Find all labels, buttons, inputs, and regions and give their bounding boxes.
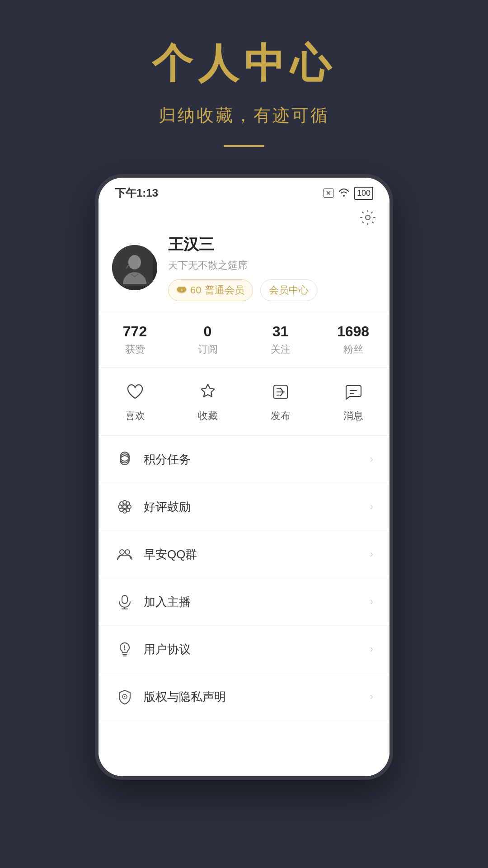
divider [224,145,264,147]
stat-likes-number: 772 [123,323,147,340]
mic-icon [115,592,135,612]
phone-inner: 下午1:13 ✕ 100 [99,178,389,776]
svg-point-19 [120,550,124,554]
member-center-badge[interactable]: 会员中心 [260,279,317,301]
menu-item-broadcaster[interactable]: 加入主播 › [99,578,389,626]
menu-list: 积分任务 › [99,436,389,721]
arrow-icon-6: › [370,691,373,703]
arrow-icon: › [370,453,373,465]
svg-point-16 [126,508,130,512]
lightbulb-icon [115,639,135,659]
svg-rect-21 [122,595,127,604]
stat-following[interactable]: 31 关注 [244,323,317,356]
svg-point-17 [126,502,130,505]
settings-button[interactable] [360,209,376,230]
menu-item-review[interactable]: 好评鼓励 › [99,483,389,531]
menu-item-qq[interactable]: 早安QQ群 › [99,531,389,578]
publish-icon [269,380,292,404]
stat-subscriptions-label: 订阅 [198,343,218,356]
page-subtitle: 归纳收藏，有迹可循 [159,104,329,127]
message-icon [342,380,365,404]
arrow-icon-5: › [370,643,373,655]
member-center-label: 会员中心 [269,283,309,297]
action-messages-label: 消息 [343,409,363,423]
menu-item-qq-label: 早安QQ群 [144,547,370,562]
svg-point-0 [366,215,370,220]
profile-section: 王汉三 天下无不散之筵席 S 60 普通会员 [99,230,389,312]
coin-badge[interactable]: S 60 普通会员 [168,279,253,301]
action-favorites[interactable]: 收藏 [171,380,244,423]
action-likes-label: 喜欢 [125,409,145,423]
page-background: 个人中心 归纳收藏，有迹可循 下午1:13 ✕ [0,0,488,868]
action-favorites-label: 收藏 [198,409,218,423]
x-icon: ✕ [324,189,333,198]
action-likes[interactable]: 喜欢 [99,380,171,423]
stat-fans[interactable]: 1698 粉丝 [317,323,389,356]
flower-icon [115,497,135,517]
star-icon [196,380,220,404]
status-bar: 下午1:13 ✕ 100 [99,178,389,205]
wifi-icon [338,188,350,199]
action-publish-label: 发布 [271,409,291,423]
stat-likes-label: 获赞 [125,343,145,356]
arrow-icon-2: › [370,501,373,513]
action-messages[interactable]: 消息 [317,380,389,423]
stat-subscriptions-number: 0 [204,323,212,340]
stat-following-number: 31 [272,323,289,340]
svg-point-10 [123,505,127,509]
group-icon [115,544,135,564]
header-bar [99,205,389,230]
heart-icon [123,380,147,404]
menu-item-points[interactable]: 积分任务 › [99,436,389,483]
svg-point-15 [120,502,123,505]
user-bio: 天下无不散之筵席 [168,259,376,272]
menu-item-broadcaster-label: 加入主播 [144,594,370,610]
battery-icon: 100 [354,187,373,200]
battery-level: 100 [357,189,371,198]
menu-item-privacy[interactable]: 版权与隐私声明 › [99,673,389,721]
arrow-icon-3: › [370,548,373,560]
action-publish[interactable]: 发布 [244,380,317,423]
stats-row: 772 获赞 0 订阅 31 关注 1698 粉丝 [99,312,389,368]
user-info: 王汉三 天下无不散之筵席 S 60 普通会员 [168,234,376,301]
member-label: 普通会员 [205,283,244,297]
svg-point-20 [125,550,130,554]
arrow-icon-4: › [370,596,373,608]
coin-count: 60 [190,284,201,296]
stat-fans-number: 1698 [337,323,369,340]
page-title: 个人中心 [152,36,336,91]
status-time: 下午1:13 [115,186,158,200]
menu-item-points-label: 积分任务 [144,452,370,467]
avatar [112,245,157,290]
user-badges: S 60 普通会员 会员中心 [168,279,376,301]
action-row: 喜欢 收藏 [99,368,389,436]
svg-point-27 [124,649,126,651]
shield-icon [115,687,135,707]
stat-subscriptions[interactable]: 0 订阅 [171,323,244,356]
svg-point-29 [124,696,126,698]
svg-point-2 [128,255,141,269]
app-content[interactable]: 王汉三 天下无不散之筵席 S 60 普通会员 [99,205,389,776]
user-name: 王汉三 [168,234,376,255]
stat-following-label: 关注 [271,343,291,356]
svg-point-18 [120,508,123,512]
coins-icon [115,449,135,469]
menu-item-privacy-label: 版权与隐私声明 [144,689,370,705]
stat-fans-label: 粉丝 [343,343,363,356]
phone-frame: 下午1:13 ✕ 100 [95,174,393,780]
status-icons: ✕ 100 [324,187,373,200]
menu-item-terms-label: 用户协议 [144,642,370,657]
stat-likes[interactable]: 772 获赞 [99,323,171,356]
svg-text:S: S [181,288,183,292]
menu-item-review-label: 好评鼓励 [144,499,370,515]
menu-item-terms[interactable]: 用户协议 › [99,626,389,673]
